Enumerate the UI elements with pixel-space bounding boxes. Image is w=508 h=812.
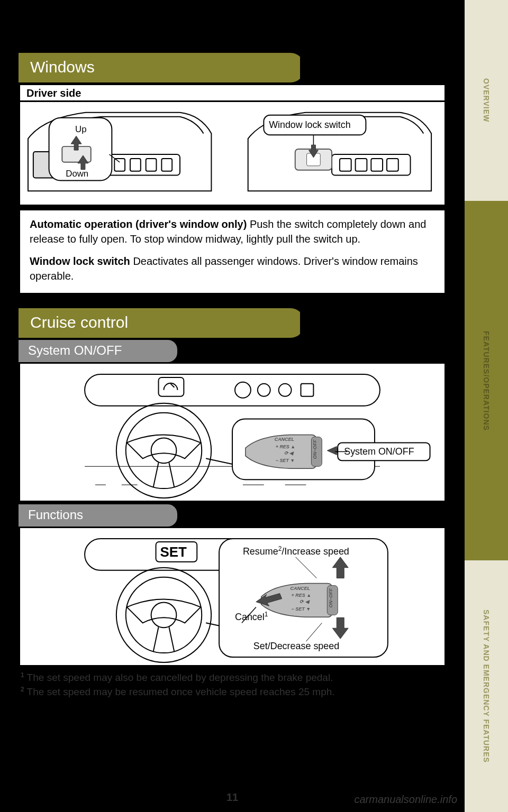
auto-op-bold: Automatic operation (driver's window onl… [30, 218, 250, 230]
svg-rect-10 [340, 159, 351, 171]
system-onoff-label: System ON/OFF [344, 446, 414, 457]
tab-features[interactable]: FEATURES/OPERATIONS [465, 201, 508, 560]
svg-rect-11 [356, 159, 367, 171]
set-indicator: SET [160, 545, 187, 559]
down-label: Down [66, 169, 88, 179]
svg-rect-0 [106, 154, 180, 176]
svg-text:ON−OFF: ON−OFF [328, 588, 333, 607]
up-label: Up [75, 124, 87, 134]
lever-onoff: ON−OFF [312, 439, 318, 459]
svg-point-35 [126, 577, 202, 653]
section-title-windows: Windows [19, 53, 304, 82]
svg-text:+ RES ▲: + RES ▲ [292, 593, 311, 598]
svg-rect-13 [387, 159, 398, 171]
footnote-2-sup: 2 [21, 686, 24, 693]
windows-title: Windows [30, 58, 95, 76]
footnote-1: The set speed may also be cancelled by d… [24, 672, 333, 683]
svg-point-24 [116, 403, 211, 498]
svg-rect-3 [146, 159, 157, 171]
tab-safety[interactable]: SAFETY AND EMERGENCY FEATURES [465, 560, 508, 812]
watermark: carmanualsonline.info [354, 793, 457, 806]
tab-overview[interactable]: OVERVIEW [465, 0, 508, 201]
svg-rect-22 [301, 384, 314, 396]
svg-rect-4 [161, 159, 172, 171]
lock-bold: Window lock switch [30, 255, 133, 267]
footnotes: 1 The set speed may also be cancelled by… [19, 667, 446, 699]
svg-text:⟳ ◀: ⟳ ◀ [284, 450, 294, 456]
svg-rect-1 [114, 159, 125, 171]
windows-body-text: Automatic operation (driver's window onl… [19, 210, 446, 294]
set-decrease-label: Set/Decrease speed [253, 641, 339, 651]
cruise-title: Cruise control [30, 313, 128, 331]
side-tabs: OVERVIEW FEATURES/OPERATIONS SAFETY AND … [465, 0, 508, 812]
resume-label: Resume2/Increase speed [243, 545, 349, 557]
svg-point-19 [235, 382, 251, 398]
window-lock-label: Window lock switch [269, 119, 350, 130]
section-title-cruise: Cruise control [19, 308, 304, 338]
subtitle-system-onoff: System ON/OFF [19, 340, 177, 362]
svg-point-36 [151, 602, 177, 628]
svg-rect-23 [159, 377, 184, 396]
svg-text:− SET ▼: − SET ▼ [292, 606, 311, 612]
svg-rect-12 [371, 159, 383, 171]
lever-cancel: CANCEL [275, 437, 294, 442]
driver-side-label: Driver side [19, 84, 446, 100]
lever-set: − SET ▼ [276, 458, 295, 463]
cruise-system-illustration: CANCEL + RES ▲ ⟳ ◀ − SET ▼ ON−OFF System… [19, 362, 446, 502]
svg-point-20 [258, 384, 270, 396]
svg-point-25 [126, 413, 202, 488]
svg-rect-18 [85, 374, 380, 406]
svg-point-21 [279, 384, 292, 396]
footnote-1-sup: 1 [21, 671, 24, 679]
svg-point-34 [116, 568, 211, 662]
svg-point-26 [151, 438, 177, 463]
footnote-2: The set speed may be resumed once vehicl… [24, 686, 335, 697]
svg-rect-2 [130, 159, 141, 171]
cruise-functions-illustration: SET Resume2/Increase speed CANCEL + RES … [19, 527, 446, 667]
lever-res: + RES ▲ [276, 444, 295, 449]
windows-illustration: Up Down Window lock switch [19, 100, 446, 206]
subtitle-functions: Functions [19, 504, 177, 527]
svg-text:⟳ ◀: ⟳ ◀ [300, 599, 310, 604]
svg-text:CANCEL: CANCEL [291, 586, 310, 591]
